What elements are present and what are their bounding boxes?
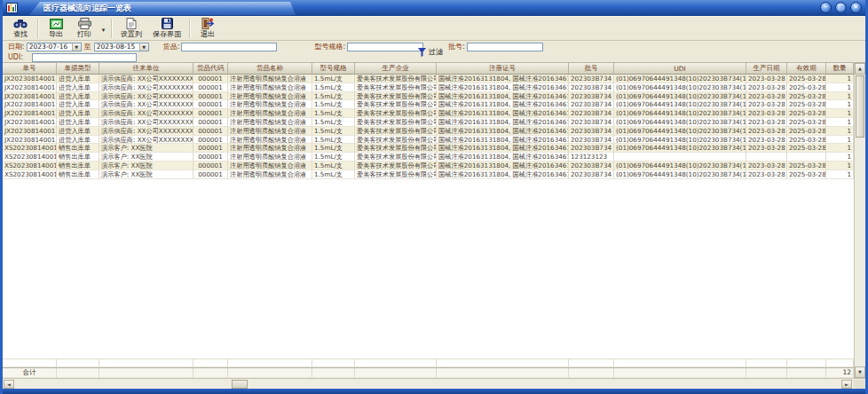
grid-cell: JX20230814001 xyxy=(3,83,57,92)
save-icon xyxy=(162,18,173,29)
grid-cell xyxy=(99,359,193,367)
column-header-3[interactable]: 往来单位 xyxy=(99,63,193,75)
column-header-5[interactable]: 货品名称 xyxy=(228,63,312,75)
toolbar-separator xyxy=(111,19,113,38)
grid-cell xyxy=(787,368,826,378)
table-row[interactable]: XS20230814001销售出库单演示客户: XX医院000001注射用透明质… xyxy=(3,170,854,179)
vertical-scroll-thumb[interactable] xyxy=(856,75,864,138)
column-header-13[interactable]: 数量 xyxy=(826,63,854,75)
grid-cell: 注射用透明质酸钠复合溶液 xyxy=(228,109,312,118)
grid-cell: 国械注准20163131804, 国械注准20163461804 xyxy=(437,127,569,136)
grid-cell: 演示供应商: XX公司XXXXXXXXXX xyxy=(99,127,193,136)
grid-cell: 演示客户: XX医院 xyxy=(99,162,193,170)
grid-cell: 进货入库单 xyxy=(57,92,99,101)
column-header-8[interactable]: 注册证号 xyxy=(437,63,569,75)
toolbar-button-5[interactable]: 保存界面 xyxy=(147,17,186,40)
table-row[interactable]: JX20230814001进货入库单演示供应商: XX公司XXXXXXXXXX0… xyxy=(3,83,854,92)
column-header-4[interactable]: 货品代码 xyxy=(193,63,228,75)
grid-cell: (01)06970644491348(10)202303B734(11)2303… xyxy=(614,100,746,109)
table-row[interactable]: JX20230814001进货入库单演示供应商: XX公司XXXXXXXXXX0… xyxy=(3,92,854,101)
grid-cell: 202303B734 xyxy=(569,170,614,179)
grid-cell: 演示供应商: XX公司XXXXXXXXXX xyxy=(99,92,193,101)
scroll-up-icon[interactable]: ▲ xyxy=(855,63,865,75)
scroll-left-icon[interactable]: ◄ xyxy=(4,380,14,389)
toolbar-button-3[interactable]: 打印 xyxy=(70,17,99,40)
grid-cell: 2025-03-28 xyxy=(787,75,826,83)
scroll-right-icon[interactable]: ► xyxy=(841,380,852,389)
printer-icon xyxy=(78,18,91,29)
grid-cell: 注射用透明质酸钠复合溶液 xyxy=(228,100,312,109)
table-row[interactable]: JX20230814001进货入库单演示供应商: XX公司XXXXXXXXXX0… xyxy=(3,136,854,145)
vertical-scrollbar[interactable]: ▲ ▼ xyxy=(854,63,865,378)
column-header-10[interactable]: UDI xyxy=(614,63,746,75)
grid-cell: XS20230814001 xyxy=(3,162,57,170)
column-header-11[interactable]: 生产日期 xyxy=(746,63,787,75)
toolbar-button-label: 设置列 xyxy=(121,29,142,39)
chevron-down-icon[interactable]: ▼ xyxy=(72,43,81,51)
grid-cell xyxy=(57,368,99,378)
column-header-12[interactable]: 有效期 xyxy=(787,63,826,75)
table-row[interactable]: XS20230814001销售出库单演示客户: XX医院000001注射用透明质… xyxy=(3,153,854,162)
grid-cell: 演示客户: XX医院 xyxy=(99,153,193,162)
column-header-9[interactable]: 批号 xyxy=(569,63,614,75)
grid-cell: 1 xyxy=(826,118,854,127)
grid-cell xyxy=(746,359,787,367)
grid-cell: (01)06970644491348(10)202303B734(11)2303… xyxy=(614,92,746,101)
table-row[interactable]: JX20230814001进货入库单演示供应商: XX公司XXXXXXXXXX0… xyxy=(3,118,854,127)
toolbar-button-label: 退出 xyxy=(201,29,215,39)
grid-cell: 爱美客技术发展股份有限公司 xyxy=(355,100,437,109)
table-row[interactable]: JX20230814001进货入库单演示供应商: XX公司XXXXXXXXXX0… xyxy=(3,109,854,118)
grid-cell: 国械注准20163131804, 国械注准20163461804 xyxy=(437,162,569,170)
table-row[interactable]: XS20230814001销售出库单演示客户: XX医院000001注射用透明质… xyxy=(3,144,854,153)
table-row[interactable]: JX20230814001进货入库单演示供应商: XX公司XXXXXXXXXX0… xyxy=(3,75,854,83)
grid-cell: (01)06970644491348(10)202303B734(11)2303… xyxy=(614,109,746,118)
grid-cell: 销售出库单 xyxy=(57,170,99,179)
grid-cell: 注射用透明质酸钠复合溶液 xyxy=(228,83,312,92)
print-dropdown-button[interactable]: ▼ xyxy=(99,17,108,40)
toolbar-button-4[interactable]: 设置列 xyxy=(115,17,147,40)
vertical-scroll-track[interactable] xyxy=(855,138,865,366)
table-row[interactable]: XS20230814001销售出库单演示客户: XX医院000001注射用透明质… xyxy=(3,162,854,170)
column-header-1[interactable]: 单号 xyxy=(3,63,57,75)
scroll-down-icon[interactable]: ▼ xyxy=(855,366,865,378)
grid-cell: JX20230814001 xyxy=(3,136,57,145)
export-icon xyxy=(50,19,63,29)
maximize-button[interactable]: □ xyxy=(835,2,847,13)
window-bottom-border xyxy=(3,389,865,394)
grid-cell: 2023-03-28 xyxy=(746,109,787,118)
grid-cell: 国械注准20163131804, 国械注准20163461804 xyxy=(437,83,569,92)
column-header-7[interactable]: 生产企业 xyxy=(355,63,437,75)
grid-cell: 2025-03-28 xyxy=(787,83,826,92)
chevron-down-icon[interactable]: ▼ xyxy=(139,43,148,51)
filter-button[interactable]: 过滤 xyxy=(418,47,443,57)
goods-input[interactable] xyxy=(181,43,277,51)
grid-body: JX20230814001进货入库单演示供应商: XX公司XXXXXXXXXX0… xyxy=(3,75,854,179)
toolbar-button-2[interactable]: 导出 xyxy=(42,17,70,40)
table-row[interactable]: JX20230814001进货入库单演示供应商: XX公司XXXXXXXXXX0… xyxy=(3,127,854,136)
date-to-picker[interactable]: 2023-08-15 ▼ xyxy=(94,43,149,51)
grid-cell: 演示供应商: XX公司XXXXXXXXXX xyxy=(99,75,193,83)
grid-cell xyxy=(193,368,228,378)
column-header-6[interactable]: 型号规格 xyxy=(312,63,355,75)
model-input[interactable] xyxy=(347,43,423,51)
minimize-button[interactable]: ─ xyxy=(820,2,832,13)
date-from-picker[interactable]: 2023-07-16 ▼ xyxy=(27,43,82,51)
grid-cell: JX20230814001 xyxy=(3,75,57,83)
grid-cell: 国械注准20163131804, 国械注准20163461804 xyxy=(437,144,569,153)
grid-cell: 国械注准20163131804, 国械注准20163461804 xyxy=(437,92,569,101)
horizontal-scrollbar[interactable]: ◄ ► xyxy=(3,378,865,389)
grid-cell: 爱美客技术发展股份有限公司 xyxy=(355,75,437,83)
goods-label: 货品: xyxy=(163,42,180,51)
batch-input[interactable] xyxy=(467,43,543,51)
column-header-2[interactable]: 单据类型 xyxy=(57,63,99,75)
toolbar-button-1[interactable]: 查找 xyxy=(6,17,35,40)
horizontal-scroll-thumb[interactable] xyxy=(232,380,248,389)
table-row[interactable]: JX20230814001进货入库单演示供应商: XX公司XXXXXXXXXX0… xyxy=(3,100,854,109)
udi-input[interactable] xyxy=(32,53,137,62)
close-button[interactable]: ✕ xyxy=(850,2,862,13)
toolbar-button-label: 查找 xyxy=(13,29,28,39)
grid-cell: 进货入库单 xyxy=(57,75,99,83)
grid-cell xyxy=(228,368,312,378)
toolbar-button-6[interactable]: 退出 xyxy=(193,17,222,40)
grid-cell: 1.5mL/支 xyxy=(312,162,355,170)
